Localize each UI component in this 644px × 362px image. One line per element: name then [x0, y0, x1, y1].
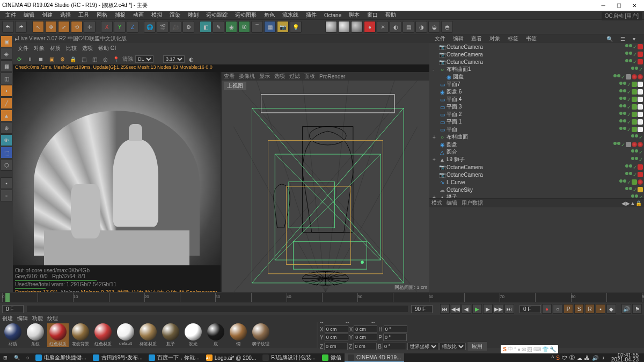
prev-frame-button[interactable]: ◀ — [462, 304, 471, 314]
play-button[interactable]: ▶ — [472, 304, 482, 314]
taskbar-app[interactable]: AiLogo.ai* @ 200... — [203, 353, 259, 362]
object-row[interactable]: 📷OctaneCamera✓ — [429, 43, 644, 50]
vp-menu-摄像机[interactable]: 摄像机 — [239, 73, 255, 80]
oc-hdri[interactable]: ◐ — [390, 21, 401, 33]
menu-选择[interactable]: 选择 — [57, 11, 74, 19]
make-editable[interactable]: ▣ — [1, 35, 12, 47]
coord-x[interactable] — [325, 325, 348, 333]
snap-enable[interactable]: ⬡ — [1, 159, 12, 171]
search-button[interactable]: 🔍 — [11, 353, 23, 362]
lv-focus-icon[interactable]: ◎ — [101, 55, 109, 63]
ime-btn-6[interactable]: ⌨ — [533, 346, 541, 352]
om-view-icon[interactable]: ☰ — [617, 36, 628, 42]
rotate-tool[interactable]: ⟲ — [71, 21, 83, 33]
taskbar-app[interactable]: 百度一下，你就... — [145, 353, 202, 362]
vp-menu-面板[interactable]: 面板 — [304, 73, 315, 80]
primitive-cube[interactable]: ◧ — [200, 21, 211, 33]
lv-lock-icon[interactable]: 🔒 — [69, 55, 77, 63]
ime-btn-0[interactable]: S — [503, 346, 507, 352]
menu-动画[interactable]: 动画 — [130, 11, 147, 19]
tray-up-icon[interactable]: ^ — [551, 355, 554, 361]
attr-lock-icon[interactable]: 🔒 — [635, 200, 642, 206]
start-button[interactable]: ⊞ — [0, 353, 11, 362]
om-search-icon[interactable]: 🔍 — [603, 36, 616, 42]
snap-vertex[interactable]: ▪ — [1, 177, 12, 189]
tweak-mode[interactable]: ⬚ — [1, 147, 12, 158]
lv-menu-选项[interactable]: 选项 — [79, 45, 96, 51]
lv-region-icon[interactable]: ▣ — [47, 55, 56, 63]
lv-menu-帮助 GI[interactable]: 帮助 GI — [96, 45, 119, 51]
render-settings[interactable]: ⚙ — [182, 21, 194, 33]
vp-menu-选项[interactable]: 选项 — [274, 73, 285, 80]
point-mode[interactable]: • — [1, 85, 12, 97]
ime-btn-1[interactable]: 中 — [508, 345, 513, 353]
object-row[interactable]: ▭平面.3✓ — [429, 103, 644, 111]
object-row[interactable]: ▭平面✓ — [429, 126, 644, 133]
undo-button[interactable] — [2, 21, 14, 33]
ime-btn-2[interactable]: ° — [514, 346, 516, 352]
ime-toolbar[interactable]: S中°●✉🖼⌨👕🔧 — [501, 345, 558, 353]
oc-tex[interactable]: ▤ — [402, 21, 414, 33]
edge-mode[interactable]: ╱ — [1, 97, 12, 109]
axis-z-toggle[interactable]: Z — [127, 21, 138, 33]
object-row[interactable]: ▭平面7✓ — [429, 81, 644, 88]
rot-b[interactable] — [383, 343, 406, 350]
oc-sphere-3[interactable] — [351, 21, 363, 33]
minimize-button[interactable]: ─ — [596, 1, 611, 10]
marker-button[interactable]: ⚑ — [632, 304, 642, 314]
axis-y-toggle[interactable]: Y — [114, 21, 126, 33]
light-icon[interactable]: 💡 — [290, 21, 302, 33]
move-tool[interactable]: ✥ — [45, 21, 57, 33]
object-row[interactable]: +▲L9 狮子✓ — [429, 156, 644, 163]
material-狮子纹理[interactable]: 狮子纹理 — [250, 323, 272, 347]
menu-模拟[interactable]: 模拟 — [148, 11, 165, 19]
ime-btn-3[interactable]: ● — [517, 346, 521, 352]
size-x[interactable] — [354, 325, 377, 333]
viewport-canvas[interactable] — [222, 81, 429, 292]
object-row[interactable]: 📷OctaneCamera✓ — [429, 163, 644, 171]
mat-tab-纹理[interactable]: 纹理 — [47, 315, 58, 322]
menu-Octane[interactable]: Octane — [321, 12, 345, 18]
timeline-ruler[interactable]: 0102030405060708090 — [0, 292, 644, 303]
end-frame-field[interactable]: 90 F — [411, 305, 433, 313]
taskbar-app[interactable]: 电脑全屏快捷键... — [32, 353, 89, 362]
tray-lang-icon[interactable]: ៛ — [601, 355, 606, 361]
lv-mode-select[interactable]: DL — [135, 55, 153, 63]
model-mode[interactable]: ◈ — [1, 48, 12, 60]
menu-插件[interactable]: 插件 — [303, 11, 320, 19]
viewport-solo[interactable]: 👁 — [1, 134, 12, 146]
last-tool[interactable]: ✛ — [84, 21, 96, 33]
lv-pause-icon[interactable]: ⏸ — [26, 55, 34, 63]
lv-channel-icon[interactable]: ◐ — [187, 55, 195, 63]
layout-label[interactable]: OC启动 [用户] — [602, 12, 642, 20]
menu-网格[interactable]: 网格 — [93, 11, 111, 19]
lv-gear-icon[interactable]: ⚙ — [58, 55, 67, 63]
object-row[interactable]: 📷OctaneCamera✓ — [429, 58, 644, 66]
coord-system[interactable]: 🌐 — [144, 21, 156, 33]
object-row[interactable]: +○布料曲面✓ — [429, 133, 644, 141]
key-pos-button[interactable]: P — [564, 304, 573, 314]
taskbar-clock[interactable]: 02:41:552021-04-23 — [608, 353, 642, 362]
menu-捕捉[interactable]: 捕捉 — [112, 11, 129, 19]
tray-cloud-icon[interactable]: ☁ — [577, 355, 582, 361]
menu-窗口[interactable]: 窗口 — [364, 11, 381, 19]
start-frame-field[interactable]: 0 F — [2, 305, 24, 313]
object-row[interactable]: +▲摄子✓ — [429, 193, 644, 199]
record-key-button[interactable]: ● — [542, 304, 552, 314]
lv-picker-icon[interactable]: ⬚ — [79, 55, 88, 63]
deformer-bend[interactable]: ⌒ — [251, 21, 263, 33]
menu-帮助[interactable]: 帮助 — [382, 11, 399, 19]
rot-p[interactable] — [383, 334, 407, 341]
size-y[interactable] — [354, 334, 377, 341]
lv-clip-icon[interactable]: ◫ — [90, 55, 99, 63]
attr-tab-模式[interactable]: 模式 — [431, 199, 442, 207]
lv-menu-材质[interactable]: 材质 — [47, 45, 63, 51]
object-row[interactable]: -○布料曲面1✓ — [429, 66, 644, 73]
render-pv[interactable]: 🎥 — [170, 21, 181, 33]
material-发光[interactable]: 发光 — [182, 323, 204, 347]
system-tray[interactable]: ^ S 🛡 ⓑ ☁ 🖧 🔊 ៛ 02:41:552021-04-23 — [549, 353, 644, 362]
taskbar-app[interactable]: 微信 — [319, 353, 345, 362]
om-filter-icon[interactable]: ▾ — [630, 36, 639, 42]
attr-back-icon[interactable]: ◀ — [621, 200, 626, 206]
goto-start-button[interactable]: ⏮ — [440, 304, 450, 314]
